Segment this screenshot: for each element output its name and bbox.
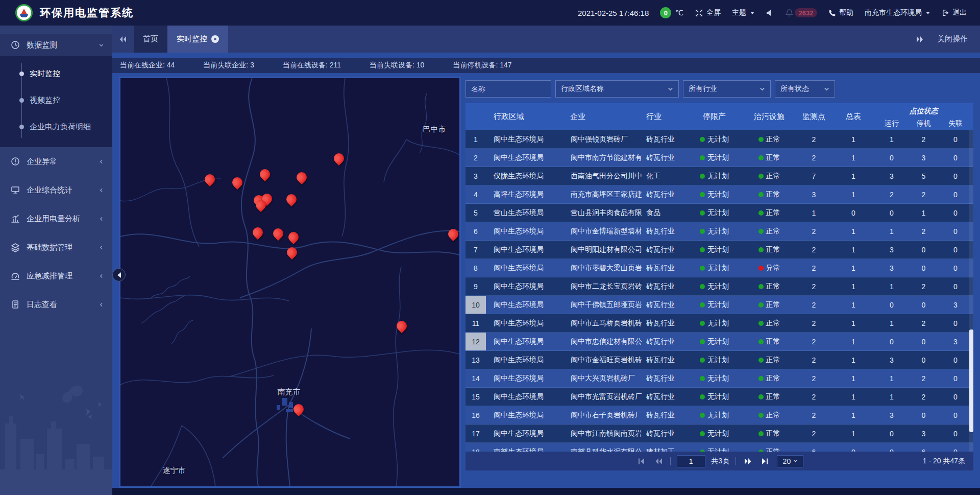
cell-industry: 砖瓦行业 [642,333,685,350]
status-dot-green [758,192,764,197]
table-header: 行政区域 企业 行业 停限产 治污设施 监测点 总表 点位状态 运行 停机 失联 [465,103,973,130]
temperature: 0 ℃ [660,7,683,18]
fullscreen-button[interactable]: 全屏 [695,8,721,17]
chevron-down-icon [99,42,104,48]
table-row-18[interactable]: 18南部生态环境局南部县科华水泥有限公建材加工无计划正常60060 [465,443,973,452]
cell-industry: 砖瓦行业 [642,425,685,442]
layers-icon [10,242,20,252]
cell-region: 南部生态环境局 [486,443,562,452]
table-row-8[interactable]: 8阆中生态环境局阆中市枣碧大梁山页岩砖瓦行业无计划异常21300 [465,259,973,277]
sidebar-item-0[interactable]: 数据监测 [0,34,112,56]
table-scrollbar[interactable] [969,329,973,432]
status-dot-green [758,174,764,179]
tab-realtime-monitor[interactable]: 实时监控 × [167,26,228,53]
sidebar-item-5[interactable]: 应急减排管理 [0,262,112,290]
next-page-icon [744,458,752,465]
chevron-down-icon [750,12,754,14]
map-canvas[interactable]: 巴中市南充市遂宁市 [120,78,459,486]
table-row-4[interactable]: 4高坪生态环境局南充市高坪区王家店建砖瓦行业无计划正常31220 [465,185,973,204]
cell-running: 1 [874,369,910,387]
table-row-3[interactable]: 3仪陇生态环境局西南油气田分公司川中化工无计划正常71350 [465,167,973,185]
sidebar-item-2[interactable]: 企业综合统计 [0,176,112,204]
cell-industry: 砖瓦行业 [642,130,685,148]
tabs-scroll-right-button[interactable] [916,36,924,43]
sidebar-subitem-0-0[interactable]: 实时监控 [0,60,112,87]
table-row-13[interactable]: 13阆中生态环境局阆中市金福旺页岩机砖砖瓦行业无计划正常21300 [465,351,973,369]
sidebar-item-4[interactable]: 基础数据管理 [0,233,112,262]
tab-home[interactable]: 首页 [134,26,167,53]
cell-running: 1 [874,130,910,148]
tabs-scroll-left-button[interactable] [112,26,134,53]
sound-toggle[interactable] [766,9,774,17]
cell-stopped: 6 [910,443,938,452]
table-row-1[interactable]: 1阆中生态环境局阆中强锐页岩砖厂砖瓦行业无计划正常21120 [465,130,973,149]
table-row-10[interactable]: 10阆中生态环境局阆中千佛镇五郎垭页岩砖瓦行业无计划正常21003 [465,296,973,314]
sidebar-subitem-0-2[interactable]: 企业电力负荷明细 [0,113,112,140]
help-button[interactable]: 帮助 [828,8,853,17]
name-search-input[interactable] [471,85,546,93]
table-row-11[interactable]: 11阆中生态环境局阆中市五马桥页岩机砖砖瓦行业无计划正常21120 [465,314,973,333]
cell-production: 无计划 [685,388,744,406]
prev-page-button[interactable] [653,456,664,467]
table-row-12[interactable]: 12阆中生态环境局阆中市忠信建材有限公砖瓦行业无计划正常21003 [465,333,973,351]
status-dot-green [700,155,705,160]
cell-company: 阆中市五马桥页岩机砖 [562,314,642,332]
chevron-left-icon [117,272,121,278]
record-range-label: 1 - 20 共47条 [923,452,965,470]
cell-points: 3 [795,185,833,203]
bell-icon [785,9,794,17]
cell-points: 7 [795,167,833,185]
table-row-5[interactable]: 5营山生态环境局营山县润丰肉食品有限食品无计划正常10010 [465,204,973,222]
status-dot-green [758,339,764,344]
sidebar-item-1[interactable]: 企业异常 [0,147,112,176]
cell-company: 阆中明阳建材有限公司 [562,241,642,258]
table-row-6[interactable]: 6阆中生态环境局阆中市金博瑞新型墙材砖瓦行业无计划正常21120 [465,222,973,241]
next-page-button[interactable] [742,456,753,467]
org-user-menu[interactable]: 南充市生态环境局 [865,8,930,17]
table-row-7[interactable]: 7阆中生态环境局阆中明阳建材有限公司砖瓦行业无计划正常21300 [465,241,973,259]
sidebar-item-3[interactable]: 企业用电量分析 [0,204,112,233]
cell-row-number: 8 [465,259,486,277]
industry-select[interactable]: 所有行业 [683,80,771,98]
sidebar: 数据监测实时监控视频监控企业电力负荷明细企业异常企业综合统计企业用电量分析基础数… [0,26,112,495]
sidebar-item-6[interactable]: 日志查看 [0,290,112,319]
close-tab-icon[interactable]: × [211,35,219,43]
table-row-9[interactable]: 9阆中生态环境局阆中市二龙长宝页岩砖砖瓦行业无计划正常21120 [465,277,973,296]
status-select[interactable]: 所有状态 [775,80,835,98]
notifications[interactable]: 2632 [785,8,817,17]
cell-company: 阆中市金博瑞新型墙材 [562,222,642,240]
close-operations-button[interactable]: 关闭操作 [937,34,968,44]
sidebar-subitem-0-1[interactable]: 视频监控 [0,87,112,113]
logout-button[interactable]: 退出 [941,8,967,17]
status-dot-green [700,210,705,216]
cell-points: 2 [795,369,833,387]
cell-region: 阆中生态环境局 [486,333,562,350]
table-row-15[interactable]: 15阆中生态环境局阆中市光富页岩机砖厂砖瓦行业无计划正常21120 [465,388,973,406]
cell-row-number: 4 [465,185,486,203]
sidebar-subitem-label: 实时监控 [30,69,60,79]
name-search-field[interactable] [465,80,551,98]
cell-stopped: 2 [910,222,938,240]
region-select[interactable]: 行政区域名称 [555,80,679,98]
page-number-input[interactable] [677,455,705,467]
status-dot-green [700,394,705,399]
collapse-map-button[interactable] [112,268,126,281]
cell-company: 西南油气田分公司川中 [562,167,642,185]
cell-production: 无计划 [685,333,744,350]
col-header-running: 运行 [874,116,910,130]
theme-menu[interactable]: 主题 [732,8,754,17]
footer-strip [112,488,980,495]
last-page-button[interactable] [760,456,771,467]
table-row-2[interactable]: 2阆中生态环境局阆中市南方节能建材有砖瓦行业无计划正常21030 [465,149,973,167]
chevron-left-icon [99,302,104,308]
table-row-14[interactable]: 14阆中生态环境局阆中大兴页岩机砖厂砖瓦行业无计划正常21120 [465,369,973,388]
status-dot-green [758,284,764,289]
first-page-button[interactable] [635,456,647,467]
table-row-17[interactable]: 17阆中生态环境局阆中市江南镇阆南页岩砖瓦行业无计划正常21030 [465,425,973,443]
status-dot-green [758,210,764,216]
cell-industry: 砖瓦行业 [642,222,685,240]
page-size-select[interactable]: 20 [777,455,803,467]
cell-offline: 0 [938,130,973,148]
table-row-16[interactable]: 16阆中生态环境局阆中市石子页岩机砖厂砖瓦行业无计划正常21300 [465,406,973,425]
cell-treatment: 正常 [744,149,795,167]
